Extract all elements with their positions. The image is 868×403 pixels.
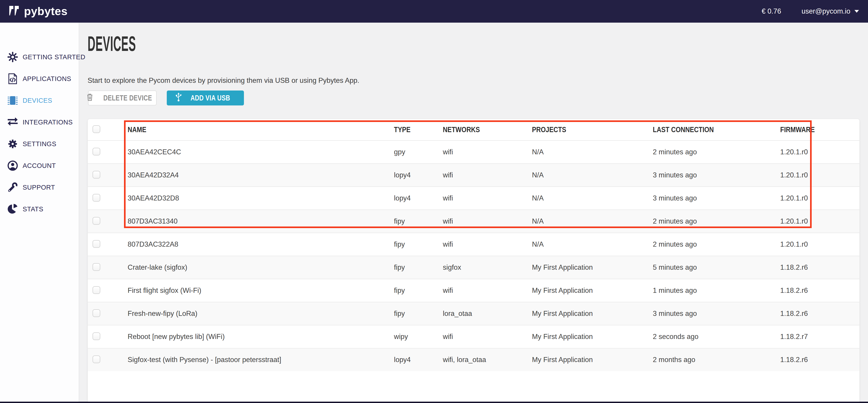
wrench-icon — [7, 182, 18, 193]
cell-type: fipy — [394, 310, 443, 318]
cell-projects: N/A — [532, 240, 653, 248]
cell-last-connection: 2 months ago — [653, 356, 780, 364]
sidebar-item-label: SETTINGS — [23, 140, 56, 148]
table-row[interactable]: Crater-lake (sigfox) fipy sigfox My Firs… — [88, 256, 859, 279]
cell-projects: N/A — [532, 194, 653, 202]
row-checkbox[interactable] — [93, 194, 100, 202]
delete-device-label: DELETE DEVICE — [103, 94, 152, 102]
cell-type: fipy — [394, 264, 443, 272]
cell-firmware: 1.18.2.r6 — [780, 356, 859, 364]
trash-icon — [87, 93, 93, 103]
row-checkbox[interactable] — [93, 309, 100, 317]
cell-projects: N/A — [532, 171, 653, 179]
table-row[interactable]: 807D3AC31340 fipy wifi N/A 2 minutes ago… — [88, 210, 859, 232]
cell-name: 30AEA42D32D8 — [128, 194, 394, 202]
cell-name: 807D3AC31340 — [128, 217, 394, 225]
cell-networks: wifi — [443, 333, 532, 341]
cell-networks: sigfox — [443, 264, 532, 272]
table-row[interactable]: Reboot [new pybytes lib] (WiFi) wipy wif… — [88, 325, 859, 348]
column-header-name[interactable]: NAME — [128, 125, 354, 134]
cell-last-connection: 2 minutes ago — [653, 217, 780, 225]
gear-icon — [7, 138, 18, 149]
column-header-firmware[interactable]: FIRMWARE — [780, 125, 848, 134]
cell-name: 30AEA42CEC4C — [128, 148, 394, 156]
add-via-usb-button[interactable]: ADD VIA USB — [167, 91, 244, 105]
row-checkbox[interactable] — [93, 263, 100, 271]
sidebar-item-label: SUPPORT — [23, 184, 55, 191]
cell-type: fipy — [394, 217, 443, 225]
cell-name: Crater-lake (sigfox) — [128, 264, 394, 272]
cell-last-connection: 5 minutes ago — [653, 264, 780, 272]
sidebar-item-account[interactable]: ACCOUNT — [0, 155, 79, 177]
select-all-checkbox[interactable] — [93, 125, 100, 133]
user-menu[interactable]: user@pycom.io — [802, 7, 859, 16]
cell-last-connection: 3 minutes ago — [653, 310, 780, 318]
cell-name: 30AEA42D32A4 — [128, 171, 394, 179]
table-row[interactable]: First flight sigfox (Wi-Fi) fipy wifi My… — [88, 279, 859, 302]
cell-firmware: 1.18.2.r6 — [780, 310, 859, 318]
row-checkbox[interactable] — [93, 332, 100, 340]
column-header-networks[interactable]: NETWORKS — [443, 125, 519, 134]
cell-type: lopy4 — [394, 356, 443, 364]
cell-firmware: 1.20.1.r0 — [780, 240, 859, 248]
bottom-window-edge — [0, 402, 868, 403]
sidebar-item-label: ACCOUNT — [23, 162, 56, 169]
cell-type: wipy — [394, 333, 443, 341]
cell-last-connection: 2 seconds ago — [653, 333, 780, 341]
toolbar: DELETE DEVICE ADD VIA USB — [79, 45, 868, 91]
table-row[interactable]: Fresh-new-fipy (LoRa) fipy lora_otaa My … — [88, 302, 859, 325]
row-checkbox[interactable] — [93, 240, 100, 248]
devices-table: NAME TYPE NETWORKS PROJECTS LAST CONNECT… — [88, 119, 860, 403]
sidebar-item-label: STATS — [23, 206, 43, 213]
table-row[interactable]: 30AEA42D32D8 lopy4 wifi N/A 3 minutes ag… — [88, 186, 859, 210]
cell-firmware: 1.18.2.r6 — [780, 286, 859, 294]
table-row[interactable]: 30AEA42D32A4 lopy4 wifi N/A 3 minutes ag… — [88, 163, 859, 186]
cell-networks: wifi, lora_otaa — [443, 356, 532, 364]
row-checkbox[interactable] — [93, 355, 100, 363]
sidebar-item-support[interactable]: SUPPORT — [0, 177, 79, 198]
cell-last-connection: 2 minutes ago — [653, 148, 780, 156]
cell-projects: My First Application — [532, 286, 653, 294]
column-header-projects[interactable]: PROJECTS — [532, 125, 635, 134]
pybytes-logo-icon — [9, 6, 20, 17]
cell-networks: lora_otaa — [443, 310, 532, 318]
cell-networks: wifi — [443, 240, 532, 248]
cell-type: fipy — [394, 286, 443, 294]
usb-icon — [176, 92, 182, 104]
sidebar-item-label: DEVICES — [23, 97, 52, 104]
column-header-last-connection[interactable]: LAST CONNECTION — [653, 125, 761, 134]
sidebar-item-getting-started[interactable]: GETTING STARTED — [0, 46, 79, 68]
sidebar-item-applications[interactable]: APPLICATIONS — [0, 68, 79, 90]
cell-name: Sigfox-test (with Pysense) - [pastoor pe… — [128, 356, 394, 364]
cell-name: Reboot [new pybytes lib] (WiFi) — [128, 333, 394, 341]
sidebar-item-settings[interactable]: SETTINGS — [0, 133, 79, 155]
sidebar-item-devices[interactable]: DEVICES — [0, 90, 79, 111]
row-checkbox[interactable] — [93, 171, 100, 179]
delete-device-button[interactable]: DELETE DEVICE — [88, 91, 157, 105]
column-header-type[interactable]: TYPE — [394, 125, 436, 134]
table-row[interactable]: 30AEA42CEC4C gpy wifi N/A 2 minutes ago … — [88, 140, 859, 163]
sidebar-item-label: INTEGRATIONS — [23, 119, 73, 126]
cell-projects: N/A — [532, 148, 653, 156]
arrows-exchange-icon — [7, 117, 18, 128]
user-icon — [7, 160, 18, 171]
pybytes-logo[interactable]: pybytes — [9, 5, 67, 18]
cell-name: Fresh-new-fipy (LoRa) — [128, 310, 394, 318]
code-document-icon — [7, 73, 18, 84]
top-bar: pybytes € 0.76 user@pycom.io — [0, 0, 868, 23]
row-checkbox[interactable] — [93, 148, 100, 155]
row-checkbox[interactable] — [93, 286, 100, 294]
user-email: user@pycom.io — [802, 7, 850, 16]
cell-networks: wifi — [443, 171, 532, 179]
table-row[interactable]: 807D3AC322A8 fipy wifi N/A 2 minutes ago… — [88, 232, 859, 256]
cell-type: fipy — [394, 240, 443, 248]
row-checkbox[interactable] — [93, 217, 100, 225]
cell-firmware: 1.20.1.r0 — [780, 171, 859, 179]
account-balance: € 0.76 — [762, 7, 781, 16]
sidebar-item-integrations[interactable]: INTEGRATIONS — [0, 111, 79, 133]
chip-icon — [7, 95, 18, 106]
table-row[interactable]: Sigfox-test (with Pysense) - [pastoor pe… — [88, 348, 859, 371]
cell-networks: wifi — [443, 194, 532, 202]
sidebar-item-stats[interactable]: STATS — [0, 198, 79, 220]
sidebar-item-label: APPLICATIONS — [23, 75, 71, 83]
